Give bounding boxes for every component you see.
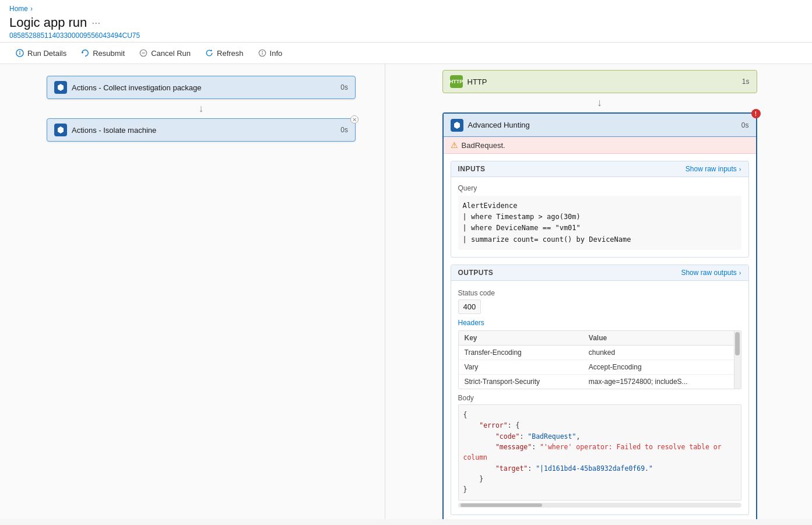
vertical-divider — [385, 64, 385, 519]
cancel-run-icon — [139, 48, 148, 58]
run-id: 08585288511403300009556043494CU75 — [9, 31, 803, 40]
show-raw-inputs-link[interactable]: Show raw inputs › — [686, 165, 741, 173]
inputs-section: INPUTS Show raw inputs › Query AlertEvid… — [451, 161, 749, 258]
outputs-section-header: OUTPUTS Show raw outputs › — [451, 265, 748, 281]
resubmit-label: Resubmit — [93, 49, 125, 58]
headers-scrollbar[interactable] — [734, 331, 741, 389]
arrow-right-1 — [442, 97, 757, 109]
header-row-2-value: Accept-Encoding — [583, 360, 741, 374]
inputs-section-body: Query AlertEvidence | where Timestamp > … — [451, 177, 748, 257]
query-label: Query — [458, 184, 741, 192]
page-title: Logic app run — [9, 15, 87, 30]
node-http-time: 1s — [742, 77, 750, 86]
ah-icon — [451, 119, 463, 132]
breadcrumb: Home › — [9, 5, 803, 13]
refresh-label: Refresh — [217, 49, 244, 58]
inputs-section-header: INPUTS Show raw inputs › — [451, 161, 748, 177]
body-line-5: "target": "|1d161bd4-45ba8932dafe0f69." — [463, 463, 736, 474]
header-row-2: Vary Accept-Encoding — [459, 360, 741, 374]
run-details-label: Run Details — [27, 49, 66, 58]
body-line-1: { — [463, 410, 736, 420]
header-row-3-value: max-age=15724800; includeS... — [583, 374, 741, 389]
node-isolate-machine-icon — [54, 124, 67, 136]
cancel-run-button[interactable]: Cancel Run — [133, 46, 196, 60]
body-json: { "error": { "code": "BadRequest", "mess… — [458, 404, 741, 501]
resubmit-icon — [80, 48, 90, 58]
close-badge-isolate[interactable]: ✕ — [350, 115, 358, 124]
headers-scroll-area[interactable]: Key Value Transfer-Encoding chunked — [459, 331, 741, 389]
advanced-hunting-card: Advanced Hunting 0s ! ⚠ BadRequest. INPU… — [442, 112, 757, 519]
svg-point-9 — [262, 51, 263, 52]
body-line-4: "message": "'where' operator: Failed to … — [463, 442, 736, 463]
node-collect-package-icon — [54, 81, 67, 94]
warning-icon: ⚠ — [451, 140, 458, 150]
body-scrollbar[interactable] — [458, 503, 741, 508]
ah-header[interactable]: Advanced Hunting 0s ! — [444, 114, 756, 137]
svg-marker-3 — [82, 51, 84, 54]
node-isolate-machine[interactable]: Actions - Isolate machine 0s ✕ — [47, 118, 356, 142]
status-code-label: Status code — [458, 289, 741, 297]
title-menu-icon[interactable]: ··· — [92, 17, 100, 29]
right-top-area: HTTP HTTP 1s Advanced Hunting 0s ! — [393, 70, 806, 519]
ah-header-time: 0s — [741, 121, 749, 129]
node-http-icon: HTTP — [450, 75, 463, 88]
outputs-section: OUTPUTS Show raw outputs › Status code 4… — [451, 265, 749, 515]
info-label: Info — [270, 49, 283, 58]
arrow-1 — [47, 103, 356, 115]
node-collect-package[interactable]: Actions - Collect investigation package … — [47, 76, 356, 99]
node-isolate-machine-time: 0s — [340, 126, 348, 134]
query-line-4: | summarize count= count() by DeviceName — [463, 234, 737, 245]
chevron-right-outputs-icon: › — [739, 269, 741, 276]
canvas-area: Actions - Collect investigation package … — [0, 64, 812, 519]
col-key: Key — [459, 331, 583, 346]
left-flow-nodes: Actions - Collect investigation package … — [47, 76, 356, 142]
status-code-value: 400 — [458, 300, 481, 314]
refresh-button[interactable]: Refresh — [199, 46, 249, 60]
body-scrollbar-thumb — [461, 503, 542, 507]
bad-request-text: BadRequest. — [462, 141, 505, 150]
body-line-2: "error": { — [463, 420, 736, 431]
node-http-label: HTTP — [467, 77, 737, 86]
page-header: Home › Logic app run ··· 085852885114033… — [0, 0, 812, 64]
header-row-1-key: Transfer-Encoding — [459, 345, 583, 360]
run-details-icon — [15, 48, 24, 58]
cancel-run-label: Cancel Run — [151, 49, 191, 58]
header-row-3: Strict-Transport-Security max-age=157248… — [459, 374, 741, 389]
chevron-right-icon: › — [739, 165, 741, 172]
outputs-section-title: OUTPUTS — [458, 269, 494, 277]
svg-point-2 — [19, 51, 20, 52]
info-button[interactable]: Info — [252, 46, 289, 60]
resubmit-button[interactable]: Resubmit — [75, 46, 131, 60]
info-icon — [258, 48, 267, 58]
body-line-7: } — [463, 484, 736, 495]
error-badge: ! — [751, 109, 761, 118]
body-label: Body — [458, 394, 741, 402]
node-http[interactable]: HTTP HTTP 1s — [442, 70, 757, 93]
right-nodes-container: HTTP HTTP 1s Advanced Hunting 0s ! — [442, 70, 757, 519]
query-line-2: | where Timestamp > ago(30m) — [463, 212, 737, 223]
col-value: Value — [583, 331, 741, 346]
run-details-button[interactable]: Run Details — [9, 46, 72, 60]
outputs-section-body: Status code 400 Headers Key — [451, 281, 748, 515]
header-row-1: Transfer-Encoding chunked — [459, 345, 741, 360]
breadcrumb-home[interactable]: Home — [9, 5, 28, 13]
refresh-icon — [205, 48, 214, 58]
body-line-6: } — [463, 474, 736, 484]
inputs-section-title: INPUTS — [458, 165, 486, 173]
show-raw-outputs-link[interactable]: Show raw outputs › — [681, 269, 741, 277]
node-isolate-machine-label: Actions - Isolate machine — [72, 126, 336, 135]
node-collect-package-time: 0s — [340, 83, 348, 91]
query-line-3: | where DeviceName == "vm01" — [463, 223, 737, 234]
header-row-3-key: Strict-Transport-Security — [459, 374, 583, 389]
body-line-3: "code": "BadRequest", — [463, 431, 736, 442]
left-panel: Actions - Collect investigation package … — [0, 64, 385, 519]
node-collect-package-label: Actions - Collect investigation package — [72, 83, 336, 92]
bad-request-bar: ⚠ BadRequest. — [444, 137, 756, 154]
header-row-2-key: Vary — [459, 360, 583, 374]
toolbar: Run Details Resubmit Cancel Run Refresh — [0, 43, 812, 64]
query-code: AlertEvidence | where Timestamp > ago(30… — [458, 196, 741, 250]
header-row-1-value: chunked — [583, 345, 741, 360]
headers-label: Headers — [458, 319, 741, 327]
headers-table-wrap: Key Value Transfer-Encoding chunked — [458, 330, 741, 389]
ah-header-label: Advanced Hunting — [468, 121, 737, 129]
